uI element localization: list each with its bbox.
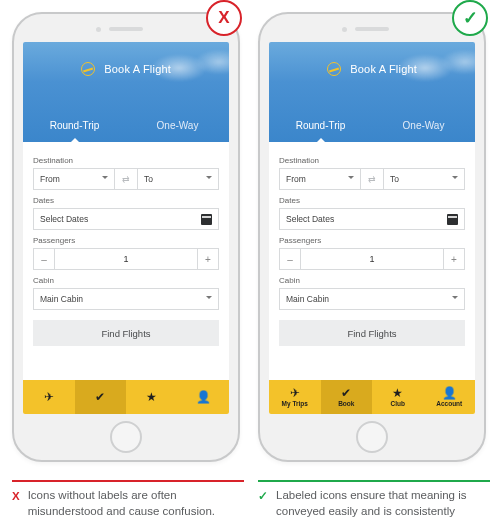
destination-label: Destination [279, 156, 465, 165]
nav-item-my-trips[interactable]: ✈ [23, 380, 75, 414]
dates-field[interactable]: Select Dates [33, 208, 219, 230]
from-placeholder: From [40, 174, 60, 184]
passengers-increment-button[interactable]: + [197, 248, 219, 270]
app-header: Book A Flight Round-Trip One-Way [269, 42, 475, 142]
cabin-label: Cabin [33, 276, 219, 285]
caption-bad-text: Icons without labels are often misunders… [28, 488, 244, 519]
nav-label-account: Account [436, 400, 462, 407]
dates-field[interactable]: Select Dates [279, 208, 465, 230]
nav-item-club[interactable]: ★ [126, 380, 178, 414]
person-icon: 👤 [196, 391, 211, 403]
phone-home-button [356, 421, 388, 453]
dates-placeholder: Select Dates [286, 214, 334, 224]
booking-form: Destination From ⇄ To Dates Select Dates… [23, 142, 229, 380]
page-title: Book A Flight [23, 62, 229, 76]
bottom-nav-unlabeled: ✈ ✔ ★ 👤 [23, 380, 229, 414]
passengers-stepper: – 1 + [279, 248, 465, 270]
check-mark-icon: ✓ [258, 489, 268, 521]
airline-logo-icon [81, 62, 95, 76]
caption-good: ✓ Labeled icons ensure that meaning is c… [258, 480, 490, 521]
cabin-label: Cabin [279, 276, 465, 285]
tab-round-trip[interactable]: Round-Trip [269, 110, 372, 142]
from-select[interactable]: From [33, 168, 115, 190]
nav-label-book: Book [338, 400, 354, 407]
airline-logo-icon [327, 62, 341, 76]
calendar-icon [201, 214, 212, 225]
tab-one-way[interactable]: One-Way [372, 110, 475, 142]
phone-camera-icon [342, 27, 347, 32]
bottom-nav-labeled: ✈ My Trips ✔ Book ★ Club 👤 Account [269, 380, 475, 414]
airplane-icon: ✈ [290, 387, 300, 399]
nav-item-my-trips[interactable]: ✈ My Trips [269, 380, 321, 414]
nav-item-account[interactable]: 👤 Account [424, 380, 476, 414]
good-example-badge: ✓ [452, 0, 488, 36]
to-placeholder: To [144, 174, 153, 184]
find-flights-button[interactable]: Find Flights [279, 320, 465, 346]
phone-speaker-icon [109, 27, 143, 31]
nav-label-my-trips: My Trips [282, 400, 308, 407]
page-title: Book A Flight [269, 62, 475, 76]
nav-label-club: Club [391, 400, 405, 407]
nav-item-book[interactable]: ✔ Book [321, 380, 373, 414]
dates-label: Dates [279, 196, 465, 205]
cabin-value: Main Cabin [286, 294, 329, 304]
star-icon: ★ [146, 391, 157, 403]
booking-form: Destination From ⇄ To Dates Select Dates… [269, 142, 475, 380]
phone-mockup-labeled: Book A Flight Round-Trip One-Way Destina… [258, 12, 486, 462]
to-select[interactable]: To [137, 168, 219, 190]
to-select[interactable]: To [383, 168, 465, 190]
from-select[interactable]: From [279, 168, 361, 190]
cabin-value: Main Cabin [40, 294, 83, 304]
nav-item-account[interactable]: 👤 [178, 380, 230, 414]
passengers-value: 1 [301, 248, 443, 270]
app-screen: Book A Flight Round-Trip One-Way Destina… [269, 42, 475, 414]
caption-good-text: Labeled icons ensure that meaning is con… [276, 488, 490, 521]
destination-label: Destination [33, 156, 219, 165]
swap-button[interactable]: ⇄ [361, 168, 383, 190]
tab-round-trip[interactable]: Round-Trip [23, 110, 126, 142]
app-header: Book A Flight Round-Trip One-Way [23, 42, 229, 142]
passengers-label: Passengers [33, 236, 219, 245]
phone-speaker-icon [355, 27, 389, 31]
trip-type-tabs: Round-Trip One-Way [23, 110, 229, 142]
passengers-decrement-button[interactable]: – [279, 248, 301, 270]
phone-camera-icon [96, 27, 101, 32]
nav-item-club[interactable]: ★ Club [372, 380, 424, 414]
tab-one-way[interactable]: One-Way [126, 110, 229, 142]
header-title-text: Book A Flight [104, 63, 171, 75]
swap-icon: ⇄ [122, 174, 130, 184]
header-title-text: Book A Flight [350, 63, 417, 75]
comparison-figure: X ✓ Book A Flight Round-Trip One-Way Des… [0, 0, 500, 521]
swap-icon: ⇄ [368, 174, 376, 184]
nav-item-book[interactable]: ✔ [75, 380, 127, 414]
find-flights-button[interactable]: Find Flights [33, 320, 219, 346]
trip-type-tabs: Round-Trip One-Way [269, 110, 475, 142]
phone-home-button [110, 421, 142, 453]
dates-placeholder: Select Dates [40, 214, 88, 224]
cabin-select[interactable]: Main Cabin [279, 288, 465, 310]
calendar-icon [447, 214, 458, 225]
phone-mockup-unlabeled: Book A Flight Round-Trip One-Way Destina… [12, 12, 240, 462]
caption-bad: X Icons without labels are often misunde… [12, 480, 244, 519]
x-mark-icon: X [12, 489, 20, 519]
check-icon: ✔ [341, 387, 351, 399]
app-screen: Book A Flight Round-Trip One-Way Destina… [23, 42, 229, 414]
dates-label: Dates [33, 196, 219, 205]
passengers-stepper: – 1 + [33, 248, 219, 270]
bad-example-badge: X [206, 0, 242, 36]
star-icon: ★ [392, 387, 403, 399]
passengers-decrement-button[interactable]: – [33, 248, 55, 270]
passengers-increment-button[interactable]: + [443, 248, 465, 270]
airplane-icon: ✈ [44, 391, 54, 403]
to-placeholder: To [390, 174, 399, 184]
cabin-select[interactable]: Main Cabin [33, 288, 219, 310]
person-icon: 👤 [442, 387, 457, 399]
passengers-label: Passengers [279, 236, 465, 245]
passengers-value: 1 [55, 248, 197, 270]
swap-button[interactable]: ⇄ [115, 168, 137, 190]
check-icon: ✔ [95, 391, 105, 403]
from-placeholder: From [286, 174, 306, 184]
